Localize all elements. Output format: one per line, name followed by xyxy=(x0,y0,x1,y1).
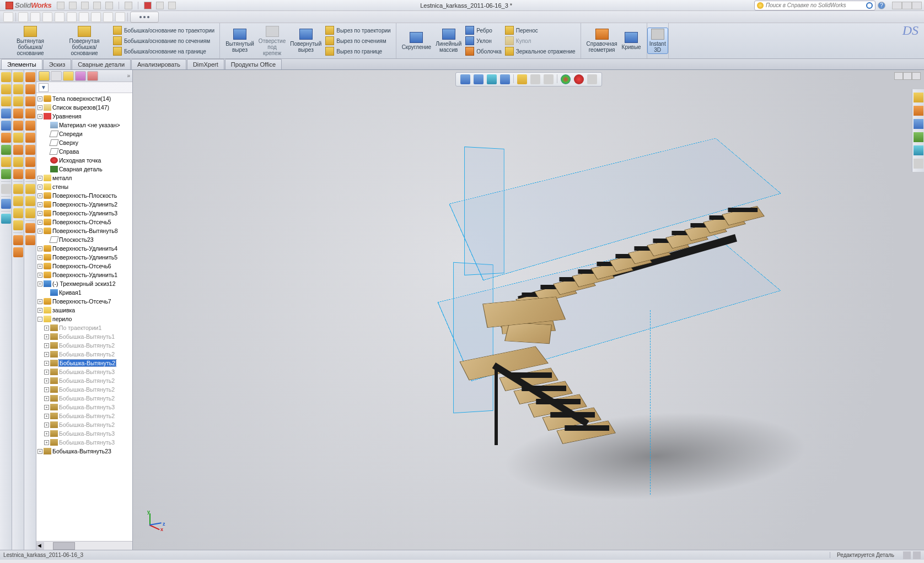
tree-node[interactable]: Плоскость23 xyxy=(36,235,132,244)
tool-icon[interactable] xyxy=(13,145,23,155)
options-icon[interactable] xyxy=(156,2,164,9)
tool-icon[interactable] xyxy=(1,157,11,167)
search-icon[interactable] xyxy=(866,2,873,9)
section-icon[interactable] xyxy=(500,74,510,84)
help-icon[interactable]: ? xyxy=(878,2,885,9)
tool-icon[interactable] xyxy=(1,169,11,179)
tree-tab-display[interactable] xyxy=(87,71,98,81)
expand-icon[interactable]: + xyxy=(37,176,42,181)
tool-icon[interactable] xyxy=(25,157,35,167)
wrap-button[interactable]: Перенос xyxy=(503,25,577,35)
feature-tree[interactable]: +Тела поверхности(14)+Список вырезов(147… xyxy=(36,93,132,541)
vp-restore-button[interactable] xyxy=(903,72,912,80)
orientation-triad[interactable]: y x z xyxy=(143,509,165,531)
extrude-cut-button[interactable]: Вытянутый вырез xyxy=(223,28,256,54)
cube5-icon[interactable] xyxy=(79,12,89,22)
filter-button[interactable]: ▼ xyxy=(39,83,49,92)
view-orient-icon[interactable] xyxy=(517,74,527,84)
tree-node[interactable]: +зашивка xyxy=(36,306,132,315)
tool-icon[interactable] xyxy=(25,223,35,233)
expand-icon[interactable]: + xyxy=(44,431,49,436)
cmdmgr-tab[interactable]: Сварные детали xyxy=(72,59,131,69)
tool-icon[interactable] xyxy=(1,109,11,118)
tool-icon[interactable] xyxy=(1,184,11,194)
tree-node[interactable]: Материал <не указан> xyxy=(36,121,132,129)
view-menu[interactable] xyxy=(130,12,159,23)
tree-node[interactable]: +Бобышка-Вытянуть3 xyxy=(36,438,132,447)
tree-node[interactable]: +Бобышка-Вытянуть2 xyxy=(36,359,132,367)
instant3d-button[interactable]: Instant 3D xyxy=(647,28,668,54)
cmdmgr-tab[interactable]: DimXpert xyxy=(187,59,224,69)
tree-expand-icon[interactable]: » xyxy=(127,73,130,79)
appearance-icon[interactable] xyxy=(561,74,571,84)
tree-node[interactable]: Кривая1 xyxy=(36,288,132,297)
tool-icon[interactable] xyxy=(25,84,35,94)
rebuild-icon[interactable] xyxy=(144,2,152,9)
tree-node[interactable]: +Поверхность-Отсечь7 xyxy=(36,297,132,306)
restore-button[interactable] xyxy=(902,2,912,9)
tool-icon[interactable] xyxy=(13,72,23,82)
tool-icon[interactable] xyxy=(25,109,35,118)
tree-node[interactable]: +По траектории1 xyxy=(36,323,132,332)
taskpane-custom-icon[interactable] xyxy=(914,159,923,169)
expand-icon[interactable]: + xyxy=(37,449,42,454)
expand-icon[interactable]: + xyxy=(37,105,42,110)
search-input[interactable] xyxy=(764,2,866,8)
tree-node[interactable]: Исходная точка xyxy=(36,156,132,165)
expand-icon[interactable]: + xyxy=(37,273,42,278)
display-style-icon[interactable] xyxy=(530,74,540,84)
tree-tab-feature[interactable] xyxy=(39,71,50,81)
tree-node[interactable]: +Бобышка-Вытянуть2 xyxy=(36,420,132,429)
new-icon[interactable] xyxy=(57,2,65,9)
tree-node[interactable]: +Поверхность-Удлинить1 xyxy=(36,270,132,279)
zoom-fit-icon[interactable] xyxy=(460,74,470,84)
tool-icon[interactable] xyxy=(25,96,35,106)
expand-icon[interactable]: + xyxy=(37,220,42,225)
tool-icon[interactable] xyxy=(13,96,23,106)
mirror-button[interactable]: Зеркальное отражение xyxy=(503,46,577,56)
tool-icon[interactable] xyxy=(25,145,35,155)
tool-icon[interactable] xyxy=(1,121,11,131)
tool-icon[interactable] xyxy=(13,109,23,118)
hide-show-icon[interactable] xyxy=(544,74,554,84)
tool-icon[interactable] xyxy=(13,196,23,206)
expand-icon[interactable]: + xyxy=(44,440,49,445)
tool-icon[interactable] xyxy=(25,196,35,206)
expand-icon[interactable]: - xyxy=(37,317,42,322)
zoom-area-icon[interactable] xyxy=(474,74,484,84)
boundary-boss-button[interactable]: Бобышка/основание на границе xyxy=(111,46,216,56)
view-settings-icon[interactable] xyxy=(587,74,597,84)
graphics-viewport[interactable]: y x z xyxy=(133,70,924,550)
expand-icon[interactable]: + xyxy=(44,387,49,392)
tree-node[interactable]: +Тела поверхности(14) xyxy=(36,94,132,103)
expand-icon[interactable]: + xyxy=(44,326,49,331)
expand-icon[interactable]: + xyxy=(37,264,42,269)
tree-node[interactable]: +Бобышка-Вытянуть2 xyxy=(36,394,132,403)
vp-minimize-button[interactable] xyxy=(894,72,903,80)
expand-icon[interactable]: + xyxy=(37,114,42,119)
scene-icon[interactable] xyxy=(574,74,584,84)
tool-icon[interactable] xyxy=(25,235,35,245)
expand-icon[interactable]: + xyxy=(44,361,49,366)
vp-close-button[interactable] xyxy=(912,72,921,80)
tree-node[interactable]: +Бобышка-Вытянуть2 xyxy=(36,350,132,359)
tree-tab-config[interactable] xyxy=(63,71,74,81)
select-icon[interactable] xyxy=(125,2,132,9)
tree-node[interactable]: +Поверхность-Удлинить2 xyxy=(36,200,132,209)
expand-icon[interactable]: + xyxy=(37,255,42,260)
undo-icon[interactable] xyxy=(105,2,113,9)
tree-node[interactable]: +Бобышка-Вытянуть3 xyxy=(36,429,132,438)
cube6-icon[interactable] xyxy=(91,12,101,22)
expand-icon[interactable]: + xyxy=(44,343,49,348)
tool-icon[interactable] xyxy=(25,133,35,143)
revolve-cut-button[interactable]: Повернутый вырез xyxy=(288,28,324,54)
cube8-icon[interactable] xyxy=(115,12,125,22)
tree-node[interactable]: +Поверхность-Плоскость xyxy=(36,191,132,200)
tool-icon[interactable] xyxy=(1,214,11,224)
cube4-icon[interactable] xyxy=(67,12,77,22)
tool-icon[interactable] xyxy=(13,235,23,245)
tool-icon[interactable] xyxy=(13,184,23,194)
rib-button[interactable]: Ребро xyxy=(464,25,503,35)
tree-node[interactable]: Сварная деталь xyxy=(36,165,132,174)
cube3-icon[interactable] xyxy=(55,12,65,22)
